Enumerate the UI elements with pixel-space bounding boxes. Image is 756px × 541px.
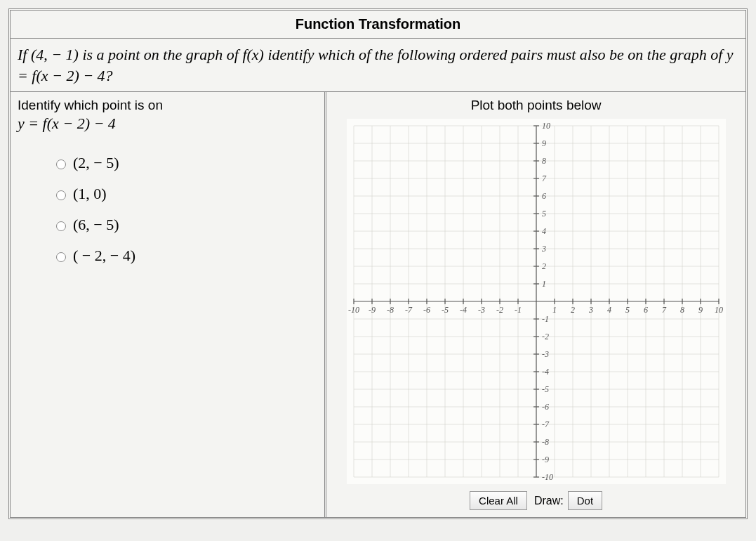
svg-text:9: 9 [542, 138, 546, 148]
svg-text:5: 5 [625, 305, 630, 315]
svg-text:3: 3 [588, 305, 593, 315]
graph-toolbar: Clear All Draw: Dot [470, 491, 602, 510]
svg-text:7: 7 [662, 305, 667, 315]
svg-text:-1: -1 [515, 305, 522, 315]
svg-text:-6: -6 [542, 402, 549, 412]
svg-text:4: 4 [607, 305, 611, 315]
option-radio[interactable] [56, 252, 66, 262]
identify-equation: y = f(x − 2) − 4 [18, 115, 317, 133]
svg-text:-4: -4 [542, 367, 549, 377]
option-label: ( − 2, − 4) [73, 247, 135, 265]
draw-label: Draw: [534, 495, 564, 507]
svg-text:-10: -10 [348, 305, 359, 315]
svg-text:1: 1 [542, 279, 546, 289]
graph-area[interactable]: -10-9-8-7-6-5-4-3-2-112345678910-10-9-8-… [347, 119, 726, 487]
option-label: (6, − 5) [73, 216, 119, 234]
svg-text:10: 10 [542, 121, 550, 131]
svg-text:6: 6 [644, 305, 648, 315]
option-row[interactable]: (6, − 5) [53, 216, 317, 234]
svg-text:-1: -1 [542, 314, 549, 324]
option-radio[interactable] [56, 221, 66, 231]
svg-text:8: 8 [542, 156, 546, 166]
dot-tool-button[interactable]: Dot [568, 491, 602, 510]
clear-all-button[interactable]: Clear All [470, 491, 527, 510]
svg-text:2: 2 [571, 305, 575, 315]
svg-text:9: 9 [698, 305, 703, 315]
identify-heading: Identify which point is on [18, 98, 317, 113]
svg-text:6: 6 [542, 191, 546, 201]
svg-text:5: 5 [542, 209, 546, 219]
svg-text:-8: -8 [542, 437, 549, 447]
svg-text:3: 3 [541, 244, 546, 254]
svg-text:-5: -5 [542, 384, 549, 394]
svg-text:-3: -3 [542, 349, 549, 359]
option-label: (1, 0) [73, 185, 107, 203]
svg-text:-4: -4 [460, 305, 467, 315]
svg-text:-9: -9 [542, 455, 549, 464]
option-radio[interactable] [56, 190, 66, 200]
svg-text:-9: -9 [369, 305, 376, 315]
svg-text:-10: -10 [542, 472, 553, 482]
svg-text:-7: -7 [542, 419, 550, 429]
option-row[interactable]: (2, − 5) [53, 154, 317, 172]
question-body: If (4, − 1) is a point on the graph of f… [18, 46, 734, 84]
options-list: (2, − 5) (1, 0) (6, − 5) ( − 2, − 4) [53, 154, 317, 278]
content-row: Identify which point is on y = f(x − 2) … [11, 92, 745, 517]
coordinate-grid[interactable]: -10-9-8-7-6-5-4-3-2-112345678910-10-9-8-… [347, 119, 726, 484]
plot-heading: Plot both points below [471, 98, 602, 113]
svg-text:-6: -6 [423, 305, 430, 315]
svg-text:4: 4 [542, 226, 546, 236]
title: Function Transformation [11, 11, 745, 39]
option-row[interactable]: ( − 2, − 4) [53, 247, 317, 265]
svg-text:10: 10 [715, 305, 723, 315]
svg-text:-8: -8 [387, 305, 394, 315]
option-row[interactable]: (1, 0) [53, 185, 317, 203]
svg-text:2: 2 [542, 261, 546, 271]
svg-text:-7: -7 [405, 305, 413, 315]
svg-text:-3: -3 [478, 305, 485, 315]
question-text: If (4, − 1) is a point on the graph of f… [11, 39, 745, 92]
plot-column: Plot both points below -10-9-8-7-6-5-4-3… [326, 92, 745, 517]
option-label: (2, − 5) [73, 154, 119, 172]
identify-column: Identify which point is on y = f(x − 2) … [11, 92, 326, 517]
svg-text:1: 1 [552, 305, 557, 315]
svg-text:8: 8 [680, 305, 684, 315]
svg-text:-5: -5 [442, 305, 449, 315]
svg-text:-2: -2 [496, 305, 503, 315]
option-radio[interactable] [56, 159, 66, 169]
svg-text:7: 7 [542, 174, 547, 183]
svg-text:-2: -2 [542, 332, 549, 341]
question-frame: Function Transformation If (4, − 1) is a… [8, 8, 748, 519]
